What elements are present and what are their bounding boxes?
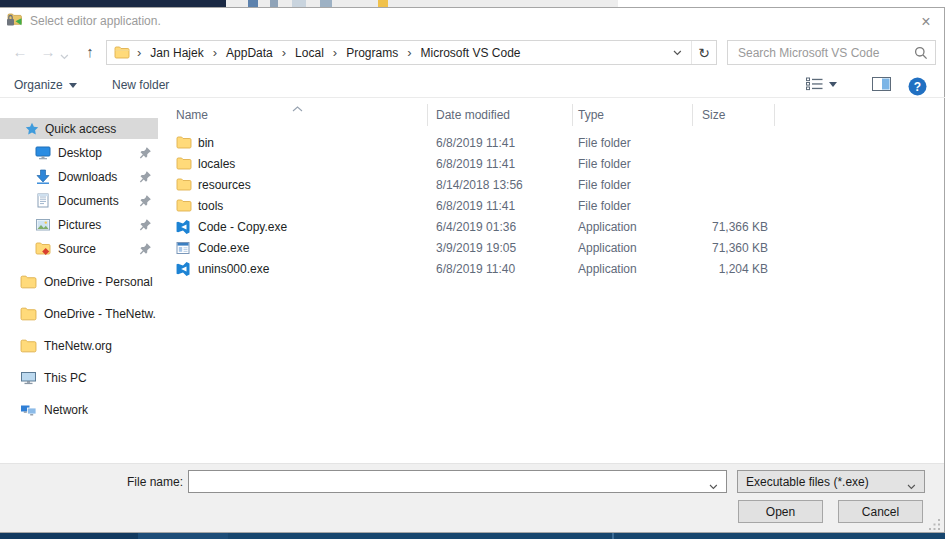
icon-fragment [248,0,258,7]
address-bar[interactable]: › Jan Hajek › AppData › Local › Programs… [106,40,717,65]
forward-button[interactable]: → [36,41,60,63]
folder-icon [176,157,192,173]
column-divider[interactable] [774,104,775,126]
sidebar-item-this-pc[interactable]: This PC [0,367,158,388]
icon-fragment [270,0,278,7]
column-header-name[interactable]: Name [176,108,208,122]
sidebar-item-documents[interactable]: Documents [0,190,158,211]
taskbar-fragment [0,533,138,539]
folder-icon [20,275,37,289]
sidebar-item-onedrive-personal[interactable]: OneDrive - Personal [0,271,158,292]
details-view-icon [806,77,823,91]
sidebar-item-thenetw-org[interactable]: TheNetw.org [0,335,158,356]
command-bar-divider [0,97,945,98]
file-name-input[interactable] [195,472,700,491]
computer-icon [20,370,37,385]
column-divider[interactable] [572,104,573,126]
background-toolbar-fragment [226,0,618,7]
sidebar-item-quick-access[interactable]: Quick access [0,118,158,139]
organize-button[interactable]: Organize [14,78,77,92]
search-input[interactable] [736,42,912,63]
pin-icon [139,146,152,162]
sidebar-item-label: OneDrive - Personal [44,275,153,289]
sidebar-item-label: Network [44,403,88,417]
refresh-button[interactable]: ↻ [692,45,716,61]
file-type-select[interactable]: Executable files (*.exe) [737,470,925,493]
preview-pane-button[interactable] [872,77,891,91]
dialog-app-icon [6,12,23,31]
address-dropdown-chevron-icon[interactable] [664,50,691,56]
search-icon[interactable] [914,46,928,63]
breadcrumb-separator: › [130,45,148,60]
open-button[interactable]: Open [738,500,823,523]
pin-icon [139,218,152,234]
column-header-type[interactable]: Type [578,108,604,122]
pictures-icon [35,217,51,232]
column-divider[interactable] [692,104,693,126]
sidebar-item-onedrive-thenetw[interactable]: OneDrive - TheNetw. [0,303,158,324]
file-row-resources[interactable]: resources 8/14/2018 13:56 File folder [166,175,786,196]
close-button[interactable]: × [910,10,942,34]
preview-pane-icon [872,77,891,91]
column-header-size[interactable]: Size [702,108,725,122]
up-button[interactable]: ↑ [78,41,102,63]
breadcrumb-separator: › [275,45,293,60]
sidebar-item-downloads[interactable]: Downloads [0,166,158,187]
file-row-code-exe[interactable]: Code.exe 3/9/2019 19:05 Application 71,3… [166,238,786,259]
file-size: 71,360 KB [692,241,768,255]
sidebar-item-label: Desktop [58,146,102,160]
breadcrumb-item[interactable]: Local [293,46,326,60]
file-name: unins000.exe [198,262,269,276]
documents-icon [35,193,51,208]
column-divider[interactable] [427,104,428,126]
sidebar-item-network[interactable]: Network [0,399,158,420]
source-folder-icon [35,241,51,256]
sort-ascending-icon [292,101,303,115]
breadcrumb-item[interactable]: AppData [224,46,275,60]
file-name: Code.exe [198,241,249,255]
pin-icon [139,242,152,258]
organize-label: Organize [14,78,63,92]
file-name: tools [198,199,223,213]
sidebar-item-pictures[interactable]: Pictures [0,214,158,235]
file-row-code-copy-exe[interactable]: Code - Copy.exe 6/4/2019 01:36 Applicati… [166,217,786,238]
taskbar-fragment [138,533,228,539]
breadcrumb-item[interactable]: Programs [344,46,400,60]
sidebar-item-source[interactable]: Source [0,238,158,259]
file-type-selected-value: Executable files (*.exe) [746,475,869,489]
recent-locations-chevron-icon[interactable] [60,49,69,63]
file-name: bin [198,136,214,150]
file-name-dropdown-icon[interactable] [709,479,718,493]
file-date: 6/8/2019 11:40 [436,262,515,276]
file-row-locales[interactable]: locales 6/8/2019 11:41 File folder [166,154,786,175]
file-type: File folder [578,199,631,213]
file-type: File folder [578,136,631,150]
view-options-dropdown-icon [829,82,837,87]
file-row-bin[interactable]: bin 6/8/2019 11:41 File folder [166,133,786,154]
file-type: Application [578,262,637,276]
quick-access-star-icon [25,122,39,136]
breadcrumb-item[interactable]: Jan Hajek [148,46,205,60]
search-box[interactable] [727,40,936,65]
file-size: 71,366 KB [692,220,768,234]
background-titlebar-fragment [0,0,226,7]
organize-dropdown-icon [69,83,77,88]
pin-icon [139,194,152,210]
view-options-button[interactable] [806,77,837,91]
file-row-tools[interactable]: tools 6/8/2019 11:41 File folder [166,196,786,217]
back-button[interactable]: ← [8,41,32,63]
breadcrumb-separator: › [400,45,418,60]
file-name: Code - Copy.exe [198,220,287,234]
breadcrumb-item[interactable]: Microsoft VS Code [419,46,523,60]
sidebar-item-desktop[interactable]: Desktop [0,142,158,163]
cancel-button[interactable]: Cancel [838,500,923,523]
sidebar-item-label: TheNetw.org [44,339,112,353]
file-size: 1,204 KB [692,262,768,276]
file-row-unins000-exe[interactable]: unins000.exe 6/8/2019 11:40 Application … [166,259,786,280]
resize-grip[interactable] [928,518,941,534]
column-header-date-modified[interactable]: Date modified [436,108,510,122]
help-icon: ? [908,77,927,96]
file-name-combobox[interactable] [188,470,727,493]
new-folder-button[interactable]: New folder [112,78,169,92]
help-button[interactable]: ? [908,77,927,96]
